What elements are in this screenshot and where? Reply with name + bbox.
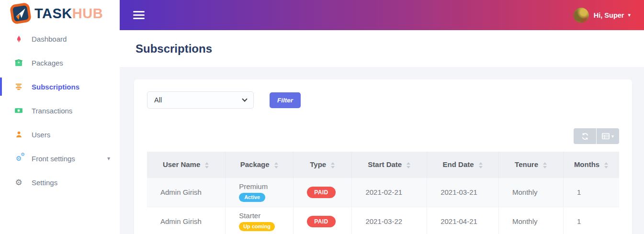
sort-icon — [542, 162, 547, 168]
sort-icon — [478, 162, 483, 168]
sort-icon — [406, 162, 411, 168]
table-header-row: User Name Package Type Start Date End Da… — [147, 152, 619, 178]
paid-badge: PAID — [307, 216, 335, 227]
money-bill-icon — [13, 107, 24, 114]
page-title: Subscriptions — [136, 42, 212, 56]
greeting-text: Hi, Super — [594, 11, 624, 19]
sidebar-item-label: Users — [32, 131, 50, 139]
column-header-end-date[interactable]: End Date — [427, 152, 499, 178]
sidebar-item-label: Transactions — [32, 107, 72, 115]
paid-badge: PAID — [307, 187, 335, 198]
sidebar-item-packages[interactable]: Packages — [0, 51, 120, 75]
cell-package: Starter Up coming — [226, 207, 294, 234]
sort-icon — [274, 162, 279, 168]
taskhub-logo-icon — [10, 2, 32, 24]
column-header-tenure[interactable]: Tenure — [499, 152, 564, 178]
refresh-button[interactable] — [574, 128, 596, 144]
cell-tenure: Monthly — [499, 178, 564, 207]
sidebar: TASKHUB Dashboard Packages Subscriptions… — [0, 0, 120, 234]
hamburger-menu-icon[interactable] — [133, 9, 145, 21]
sidebar-item-settings[interactable]: ⚙ Settings — [0, 170, 120, 194]
cell-months: 1 — [564, 207, 619, 234]
cell-package: Premium Active — [226, 178, 294, 207]
sidebar-item-label: Front settings — [32, 155, 75, 163]
package-icon — [13, 59, 24, 67]
sidebar-nav: Dashboard Packages Subscriptions Transac… — [0, 27, 120, 194]
gears-icon: ⚙⚙ — [13, 155, 24, 162]
sidebar-item-dashboard[interactable]: Dashboard — [0, 27, 120, 51]
brand-text: TASKHUB — [34, 6, 103, 22]
sidebar-item-label: Settings — [32, 178, 57, 187]
package-name: Premium — [239, 182, 293, 190]
filter-row: All Filter — [147, 91, 619, 109]
column-header-package[interactable]: Package — [226, 152, 294, 178]
cell-months: 1 — [564, 178, 619, 207]
sidebar-item-subscriptions[interactable]: Subscriptions — [0, 75, 120, 99]
subscriptions-table: User Name Package Type Start Date End Da… — [147, 152, 619, 234]
table-icon — [602, 133, 610, 139]
content: All Filter — [120, 67, 644, 234]
column-header-user-name[interactable]: User Name — [147, 152, 226, 178]
user-menu[interactable]: Hi, Super ▾ — [574, 8, 631, 23]
title-band: Subscriptions — [120, 30, 644, 67]
chevron-down-icon: ▾ — [628, 12, 631, 18]
subscriptions-card: All Filter — [134, 79, 632, 234]
gear-icon: ⚙ — [13, 178, 24, 187]
cell-end-date: 2021-03-21 — [427, 178, 499, 207]
cell-type: PAID — [294, 207, 352, 234]
sidebar-item-label: Packages — [32, 59, 63, 67]
package-name: Starter — [239, 212, 293, 220]
sidebar-item-front-settings[interactable]: ⚙⚙ Front settings ▾ — [0, 146, 120, 170]
cell-start-date: 2021-02-21 — [352, 178, 427, 207]
chevron-down-icon: ▾ — [611, 134, 614, 139]
main-area: Hi, Super ▾ Subscriptions All Filter — [120, 0, 644, 234]
refresh-icon — [581, 133, 589, 140]
table-row: Admin Girish Premium Active PAID 2021-02… — [147, 178, 619, 207]
table-actions-group: ▾ — [574, 128, 619, 144]
cell-type: PAID — [294, 178, 352, 207]
cell-user-name: Admin Girish — [147, 207, 226, 234]
table-row: Admin Girish Starter Up coming PAID 2021… — [147, 207, 619, 234]
sidebar-item-users[interactable]: Users — [0, 123, 120, 146]
sidebar-item-transactions[interactable]: Transactions — [0, 99, 120, 123]
status-select[interactable]: All — [147, 91, 254, 109]
status-select-wrap: All — [147, 91, 254, 109]
sort-icon — [330, 162, 335, 168]
column-header-months[interactable]: Months — [564, 152, 619, 178]
cell-user-name: Admin Girish — [147, 178, 226, 207]
sort-icon — [204, 162, 209, 168]
table-tools: ▾ — [147, 128, 619, 144]
avatar — [574, 8, 589, 23]
list-bars-icon — [13, 83, 24, 90]
user-icon — [13, 131, 24, 138]
column-header-type[interactable]: Type — [294, 152, 352, 178]
status-badge: Active — [239, 193, 265, 202]
logo[interactable]: TASKHUB — [0, 0, 120, 27]
cell-tenure: Monthly — [499, 207, 564, 234]
column-header-start-date[interactable]: Start Date — [352, 152, 427, 178]
cell-end-date: 2021-04-21 — [427, 207, 499, 234]
chevron-down-icon: ▾ — [107, 155, 110, 162]
topbar: Hi, Super ▾ — [120, 0, 644, 30]
flame-icon — [13, 35, 24, 43]
sort-icon — [604, 162, 609, 168]
cell-start-date: 2021-03-22 — [352, 207, 427, 234]
sidebar-item-label: Subscriptions — [32, 83, 79, 91]
sidebar-item-label: Dashboard — [32, 35, 67, 43]
columns-toggle-button[interactable]: ▾ — [597, 128, 619, 144]
filter-button[interactable]: Filter — [270, 92, 301, 108]
status-badge: Up coming — [239, 222, 275, 231]
